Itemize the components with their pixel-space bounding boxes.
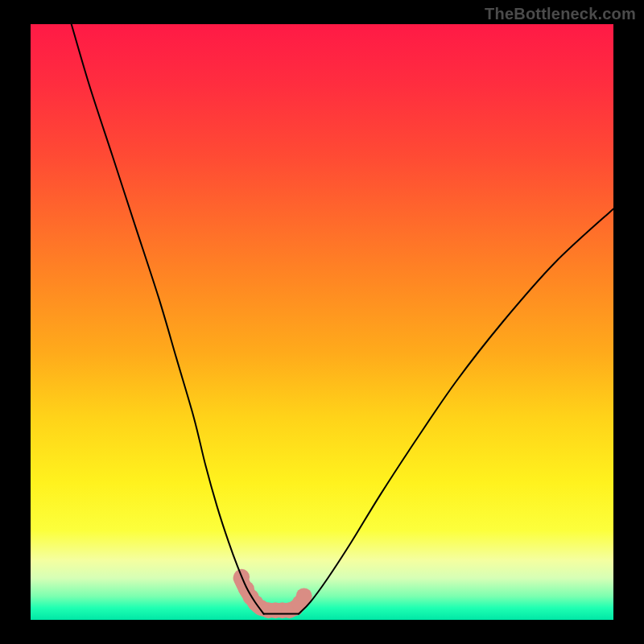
accent-dots: [233, 569, 312, 619]
plot-area: [31, 24, 613, 620]
watermark-text: TheBottleneck.com: [485, 5, 636, 23]
left-curve: [72, 24, 264, 614]
chart-frame: TheBottleneck.com: [0, 0, 644, 644]
curves-svg: [31, 24, 613, 620]
right-curve: [299, 208, 613, 613]
accent-segment: [233, 569, 312, 619]
